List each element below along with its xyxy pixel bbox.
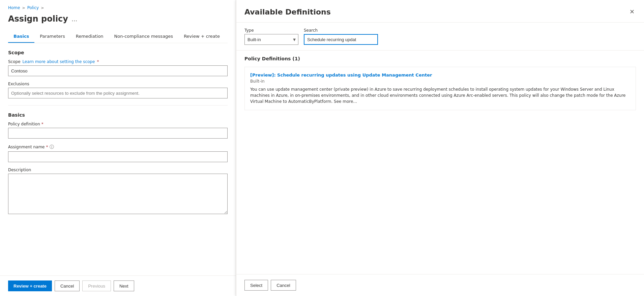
tab-parameters[interactable]: Parameters	[34, 30, 70, 43]
description-textarea[interactable]	[8, 174, 228, 214]
scope-required-star: *	[97, 59, 99, 64]
tabs-nav: Basics Parameters Remediation Non-compli…	[8, 30, 228, 43]
previous-button[interactable]: Previous	[82, 280, 111, 291]
exclusions-label: Exclusions	[8, 82, 29, 86]
panel-footer: Select Cancel	[236, 274, 644, 296]
available-definitions-panel: Available Definitions ✕ Type Built-in Cu…	[236, 0, 644, 296]
cancel-button[interactable]: Cancel	[55, 280, 80, 291]
policy-definition-required: *	[41, 122, 43, 126]
close-panel-button[interactable]: ✕	[628, 7, 636, 17]
search-input[interactable]	[304, 34, 378, 45]
left-panel: Home > Policy > Assign policy ... Basics…	[0, 0, 236, 296]
breadcrumb-policy[interactable]: Policy	[27, 5, 39, 10]
section-divider	[8, 105, 228, 106]
basics-section-title: Basics	[8, 112, 228, 118]
close-icon: ✕	[630, 8, 635, 16]
policy-card-title: [Preview]: Schedule recurring updates us…	[250, 72, 630, 78]
select-button[interactable]: Select	[244, 280, 268, 291]
search-filter-label: Search	[304, 28, 378, 33]
assignment-name-input[interactable]	[8, 151, 228, 162]
breadcrumb-sep1: >	[22, 6, 25, 10]
description-label: Description	[8, 168, 31, 172]
policy-card-type: Built-in	[250, 79, 630, 84]
scope-section: Scope Scope Learn more about setting the…	[8, 50, 228, 98]
scope-section-title: Scope	[8, 50, 228, 55]
results-header: Policy Definitions (1)	[244, 56, 636, 61]
info-icon[interactable]: ⓘ	[50, 144, 54, 150]
breadcrumb-sep2: >	[41, 6, 44, 10]
tab-remediation[interactable]: Remediation	[70, 30, 109, 43]
basics-section: Basics Policy definition * Assignment na…	[8, 112, 228, 215]
policy-definition-input[interactable]	[8, 128, 228, 139]
assignment-name-label: Assignment name	[8, 145, 45, 149]
panel-header: Available Definitions ✕	[236, 0, 644, 23]
panel-toolbar: Type Built-in Custom All ▼ Search	[236, 23, 644, 51]
panel-body: Policy Definitions (1) [Preview]: Schedu…	[236, 51, 644, 274]
breadcrumb-home[interactable]: Home	[8, 5, 20, 10]
scope-input[interactable]	[8, 65, 228, 76]
tab-non-compliance[interactable]: Non-compliance messages	[109, 30, 179, 43]
type-filter-label: Type	[244, 28, 298, 33]
tab-review-create[interactable]: Review + create	[178, 30, 225, 43]
policy-card-description: You can use update management center (pr…	[250, 86, 630, 105]
panel-cancel-button[interactable]: Cancel	[271, 280, 296, 291]
learn-more-link[interactable]: Learn more about setting the scope	[23, 59, 95, 64]
scope-field-label: Scope	[8, 59, 21, 64]
exclusions-input[interactable]	[8, 88, 228, 98]
type-dropdown[interactable]: Built-in Custom All	[244, 34, 298, 45]
policy-card[interactable]: [Preview]: Schedule recurring updates us…	[244, 67, 636, 110]
breadcrumb: Home > Policy >	[8, 5, 228, 10]
bottom-bar: Review + create Cancel Previous Next	[0, 275, 236, 296]
panel-title: Available Definitions	[244, 8, 331, 16]
tab-basics[interactable]: Basics	[8, 30, 34, 43]
next-button[interactable]: Next	[114, 280, 134, 291]
review-create-button[interactable]: Review + create	[8, 280, 52, 291]
more-options-icon[interactable]: ...	[71, 16, 77, 23]
page-title: Assign policy	[8, 14, 68, 24]
policy-definition-label: Policy definition	[8, 122, 40, 126]
assignment-name-required: *	[46, 145, 48, 149]
